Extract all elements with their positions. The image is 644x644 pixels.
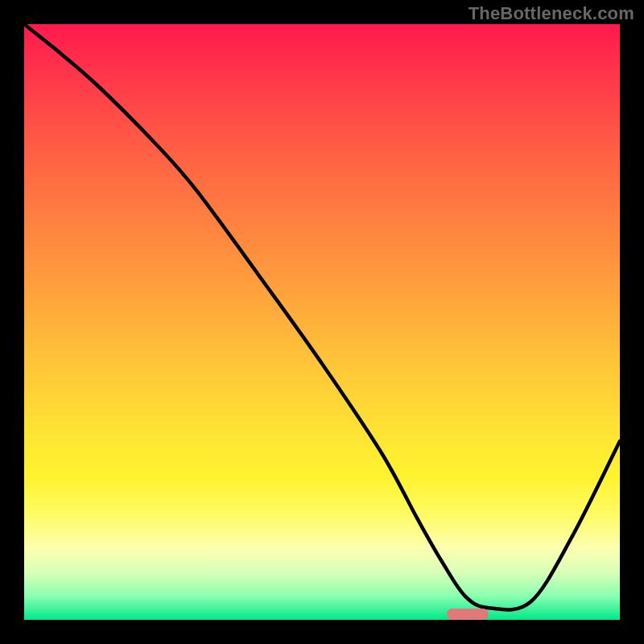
optimal-marker [447, 609, 489, 620]
watermark-text: TheBottleneck.com [469, 3, 634, 24]
plot-area [24, 24, 620, 620]
bottleneck-curve [24, 24, 620, 620]
chart-frame: TheBottleneck.com [0, 0, 644, 644]
